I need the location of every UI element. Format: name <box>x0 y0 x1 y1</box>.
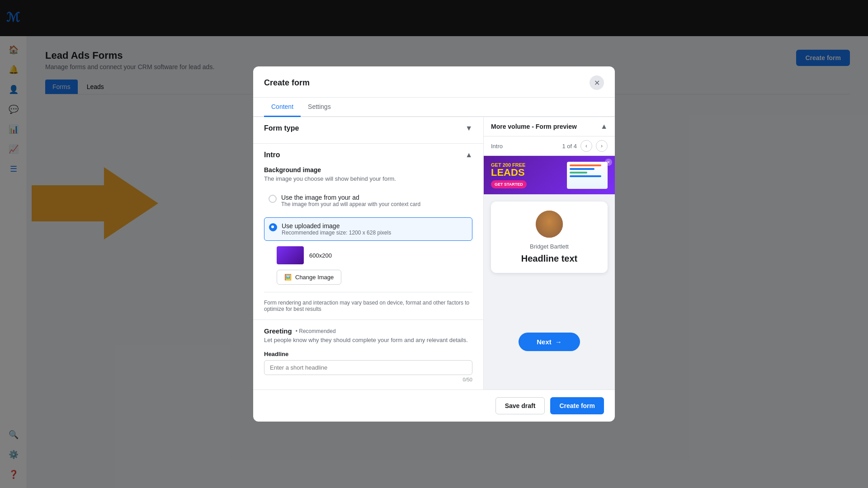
recommended-badge: • Recommended <box>296 328 336 334</box>
preview-intro-label: Intro <box>491 143 503 150</box>
modal-tab-content[interactable]: Content <box>264 98 301 117</box>
radio-circle-ad <box>269 195 277 203</box>
avatar-face <box>536 211 563 238</box>
ad-leads: LEADS <box>491 168 527 178</box>
ad-screenshot-inner <box>567 162 608 189</box>
modal-tabs: Content Settings <box>253 98 615 117</box>
modal-close-button[interactable]: ✕ <box>590 75 604 90</box>
radio-text-ad: Use the image from your ad The image fro… <box>281 194 420 207</box>
modal-overlay: Create form ✕ Content Settings Form type… <box>0 0 868 488</box>
preview-header: More volume - Form preview ▲ <box>484 117 615 136</box>
radio-text-uploaded: Use uploaded image Recommended image siz… <box>282 222 391 236</box>
modal-footer: Save draft Create form <box>253 389 615 422</box>
preview-content: GET 200 FREE LEADS GET STARTED <box>484 156 615 389</box>
headline-field-label: Headline <box>264 351 472 357</box>
ss-bar-4 <box>570 175 601 177</box>
greeting-title: Greeting <box>264 327 292 335</box>
intro-title: Intro <box>264 151 280 159</box>
background-image-label: Background image <box>264 166 472 174</box>
preview-nav-bar: Intro 1 of 4 ‹ › <box>484 136 615 156</box>
ss-bar-2 <box>570 168 594 170</box>
ad-get-started[interactable]: GET STARTED <box>491 180 527 188</box>
ad-text-block: GET 200 FREE LEADS GET STARTED <box>491 162 527 188</box>
preview-next-container: Next → <box>484 325 615 358</box>
form-editor: Form type ▼ Intro ▲ Background image The… <box>253 117 484 389</box>
image-icon: 🖼️ <box>284 274 292 281</box>
avatar <box>536 211 563 238</box>
preview-step: 1 of 4 <box>562 143 577 150</box>
preview-user-name: Bridget Bartlett <box>498 243 600 250</box>
modal-body: Form type ▼ Intro ▲ Background image The… <box>253 117 615 389</box>
save-draft-button[interactable]: Save draft <box>495 397 545 414</box>
ss-bar-3 <box>570 172 587 174</box>
ad-screenshot <box>567 162 608 189</box>
create-form-footer-button[interactable]: Create form <box>550 397 604 414</box>
image-size: 600x200 <box>309 252 332 259</box>
preview-next-arrow-icon: → <box>555 338 562 346</box>
preview-ad-banner: GET 200 FREE LEADS GET STARTED <box>484 156 615 194</box>
preview-empty-space <box>484 280 615 325</box>
preview-next-label: Next <box>537 338 552 346</box>
background-image-desc: The image you choose will show behind yo… <box>264 175 472 182</box>
modal-tab-settings[interactable]: Settings <box>301 98 338 117</box>
create-form-modal: Create form ✕ Content Settings Form type… <box>253 66 615 422</box>
form-type-label: Form type <box>264 124 299 132</box>
radio-desc-uploaded: Recommended image size: 1200 x 628 pixel… <box>282 230 391 236</box>
radio-circle-uploaded <box>269 223 277 231</box>
greeting-desc: Let people know why they should complete… <box>264 337 472 343</box>
preview-prev-btn[interactable]: ‹ <box>580 140 592 152</box>
greeting-section: Greeting • Recommended Let people know w… <box>253 319 483 389</box>
radio-desc-ad: The image from your ad will appear with … <box>281 201 420 207</box>
form-type-section: Form type ▼ <box>253 117 483 144</box>
form-type-header: Form type ▼ <box>264 124 472 132</box>
modal-title: Create form <box>264 78 310 88</box>
preview-header-left: More volume - Form preview <box>491 123 577 130</box>
image-thumbnail <box>277 246 304 264</box>
image-preview-row: 600x200 <box>277 246 472 264</box>
close-banner-button[interactable]: ✕ <box>605 159 612 166</box>
change-image-button[interactable]: 🖼️ Change Image <box>277 270 341 285</box>
preview-headline-text: Headline text <box>498 253 600 264</box>
radio-option-uploaded[interactable]: Use uploaded image Recommended image siz… <box>264 217 472 241</box>
rendering-note: Form rendering and interaction may vary … <box>264 292 472 312</box>
preview-nav: 1 of 4 ‹ › <box>562 140 608 152</box>
preview-next-button[interactable]: Next → <box>519 333 580 351</box>
preview-collapse-icon[interactable]: ▲ <box>600 122 608 131</box>
modal-header: Create form ✕ <box>253 66 615 98</box>
form-preview: More volume - Form preview ▲ Intro 1 of … <box>484 117 615 389</box>
radio-option-ad-image[interactable]: Use the image from your ad The image fro… <box>264 189 472 212</box>
change-image-label: Change Image <box>295 274 334 281</box>
preview-title: More volume - Form preview <box>491 123 577 130</box>
intro-collapse-icon[interactable]: ▲ <box>465 151 472 159</box>
preview-form-card: Bridget Bartlett Headline text <box>491 202 608 273</box>
headline-input[interactable] <box>264 360 472 375</box>
radio-label-uploaded: Use uploaded image <box>282 222 391 230</box>
intro-section: Intro ▲ Background image The image you c… <box>253 144 483 319</box>
ss-bar-1 <box>570 164 601 166</box>
intro-header: Intro ▲ <box>264 151 472 159</box>
preview-next-btn-nav[interactable]: › <box>596 140 608 152</box>
headline-char-count: 0/50 <box>264 377 472 382</box>
radio-label-ad: Use the image from your ad <box>281 194 420 201</box>
greeting-title-row: Greeting • Recommended <box>264 327 472 335</box>
form-type-collapse-icon[interactable]: ▼ <box>465 124 472 132</box>
